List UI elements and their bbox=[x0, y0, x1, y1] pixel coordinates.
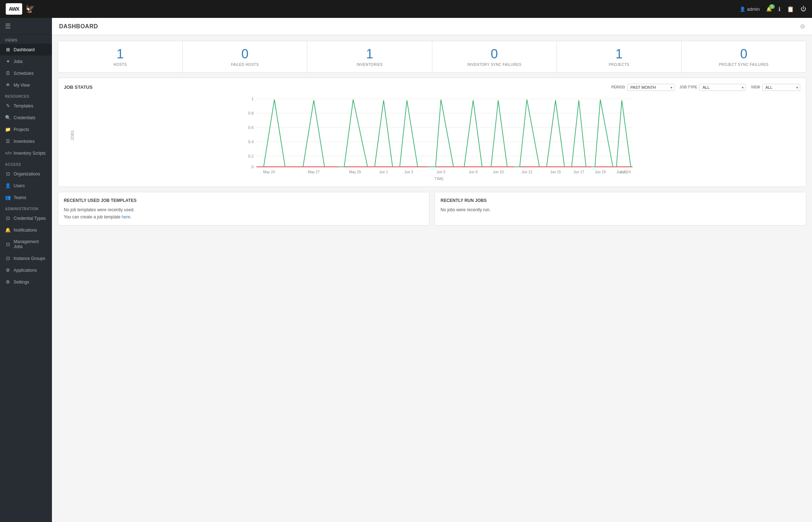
svg-text:Jun 5: Jun 5 bbox=[437, 170, 446, 174]
sidebar-section-administration: ADMINISTRATION bbox=[0, 203, 52, 212]
sidebar-label-organizations: Organizations bbox=[14, 171, 40, 177]
sidebar-item-jobs[interactable]: ✦ Jobs bbox=[0, 55, 52, 67]
recently-used-create-msg: You can create a job template here. bbox=[64, 214, 423, 219]
sidebar-label-schedules: Schedules bbox=[14, 71, 34, 76]
applications-icon: ⚙ bbox=[5, 267, 11, 273]
stat-projects[interactable]: 1 PROJECTS bbox=[557, 41, 682, 72]
myview-icon: 👁 bbox=[5, 82, 11, 88]
sidebar-item-applications[interactable]: ⚙ Applications bbox=[0, 264, 52, 276]
stat-inventory-sync-failures[interactable]: 0 INVENTORY SYNC FAILURES bbox=[432, 41, 557, 72]
svg-text:May 27: May 27 bbox=[308, 170, 320, 174]
info-icon[interactable]: ℹ bbox=[778, 6, 780, 13]
settings-icon: ⚙ bbox=[5, 279, 11, 285]
stat-inventories[interactable]: 1 INVENTORIES bbox=[307, 41, 432, 72]
svg-text:Jun 3: Jun 3 bbox=[404, 170, 413, 174]
sidebar-label-settings: Settings bbox=[14, 280, 29, 285]
svg-text:Jun 8: Jun 8 bbox=[469, 170, 478, 174]
sidebar-item-credential-types[interactable]: ⊡ Credential Types bbox=[0, 212, 52, 224]
svg-text:Jun 17: Jun 17 bbox=[573, 170, 584, 174]
create-template-link[interactable]: here bbox=[122, 214, 130, 219]
svg-text:0.8: 0.8 bbox=[248, 111, 254, 115]
stat-hosts-number: 1 bbox=[64, 47, 177, 61]
period-select[interactable]: PAST MONTH PAST WEEK PAST TWO WEEKS bbox=[627, 84, 674, 91]
sidebar-item-instance-groups[interactable]: ⊡ Instance Groups bbox=[0, 252, 52, 264]
power-icon[interactable]: ⏻ bbox=[801, 6, 806, 12]
logo-wing-icon: 🦅 bbox=[25, 4, 35, 14]
job-type-select[interactable]: ALL PLAYBOOK RUN INVENTORY SYNC SCM UPDA… bbox=[699, 84, 746, 91]
sidebar-label-credential-types: Credential Types bbox=[14, 216, 46, 221]
stat-hosts-label: HOSTS bbox=[64, 63, 177, 67]
view-control: VIEW ALL SUCCESSFUL FAILED bbox=[751, 84, 800, 91]
svg-text:Jun 10: Jun 10 bbox=[493, 170, 504, 174]
recently-run-empty-msg: No jobs were recently run. bbox=[441, 207, 800, 212]
sidebar-label-credentials: Credentials bbox=[14, 115, 35, 120]
sidebar-item-management-jobs[interactable]: ⊡ Management Jobs bbox=[0, 236, 52, 252]
stat-projects-label: PROJECTS bbox=[563, 63, 676, 67]
notifications-nav-icon: 🔔 bbox=[5, 227, 11, 233]
templates-icon: ✎ bbox=[5, 103, 11, 108]
sidebar-item-schedules[interactable]: 🗓 Schedules bbox=[0, 67, 52, 79]
top-header: AWX 🦅 👤 admin 🔔 0 ℹ 📋 ⏻ bbox=[0, 0, 812, 18]
svg-text:May 29: May 29 bbox=[349, 170, 361, 174]
organizations-icon: ⊡ bbox=[5, 171, 11, 177]
sidebar-section-views: VIEWS bbox=[0, 35, 52, 44]
sidebar-item-dashboard[interactable]: ⊞ Dashboard bbox=[0, 44, 52, 55]
main-content: DASHBOARD ⊙ 1 HOSTS 0 FAILED HOSTS 1 INV… bbox=[52, 18, 812, 522]
job-type-label: JOB TYPE bbox=[679, 85, 697, 89]
user-icon: 👤 bbox=[740, 6, 745, 12]
sidebar-item-users[interactable]: 👤 Users bbox=[0, 180, 52, 192]
stat-hosts[interactable]: 1 HOSTS bbox=[58, 41, 183, 72]
sidebar-label-inventory-scripts: Inventory Scripts bbox=[14, 151, 45, 156]
stat-project-sync-failures[interactable]: 0 PROJECT SYNC FAILURES bbox=[682, 41, 806, 72]
sidebar-item-notifications[interactable]: 🔔 Notifications bbox=[0, 224, 52, 236]
job-status-chart: 0 0.2 0.4 0.6 0.8 1 bbox=[78, 95, 800, 174]
svg-text:0.6: 0.6 bbox=[248, 125, 254, 130]
sidebar-label-dashboard: Dashboard bbox=[14, 47, 35, 52]
period-label: PERIOD bbox=[611, 85, 625, 89]
sidebar-item-inventory-scripts[interactable]: </> Inventory Scripts bbox=[0, 147, 52, 159]
sidebar-item-settings[interactable]: ⚙ Settings bbox=[0, 276, 52, 288]
svg-text:Jun 24: Jun 24 bbox=[620, 170, 631, 174]
sidebar-label-inventories: Inventories bbox=[14, 139, 35, 144]
period-select-wrapper: PAST MONTH PAST WEEK PAST TWO WEEKS bbox=[627, 84, 674, 91]
notifications-button[interactable]: 🔔 0 bbox=[766, 6, 772, 12]
period-control: PERIOD PAST MONTH PAST WEEK PAST TWO WEE… bbox=[611, 84, 674, 91]
stat-project-sync-failures-label: PROJECT SYNC FAILURES bbox=[687, 63, 800, 67]
view-select[interactable]: ALL SUCCESSFUL FAILED bbox=[762, 84, 800, 91]
x-axis-label: TIME bbox=[78, 177, 800, 181]
svg-text:Jun 15: Jun 15 bbox=[550, 170, 561, 174]
page-header: DASHBOARD ⊙ bbox=[52, 18, 812, 35]
y-axis-label: JOBS bbox=[71, 130, 75, 140]
dashboard-icon: ⊞ bbox=[5, 47, 11, 52]
svg-text:1: 1 bbox=[251, 97, 254, 101]
sidebar-item-credentials[interactable]: 🔍 Credentials bbox=[0, 112, 52, 124]
menu-toggle-button[interactable]: ☰ bbox=[0, 18, 52, 35]
logo-area: AWX 🦅 bbox=[6, 3, 35, 15]
svg-text:0: 0 bbox=[251, 165, 254, 169]
stat-inventories-label: INVENTORIES bbox=[313, 63, 426, 67]
sidebar-item-myview[interactable]: 👁 My View bbox=[0, 79, 52, 91]
sidebar-item-templates[interactable]: ✎ Templates bbox=[0, 100, 52, 112]
create-template-text: You can create a job template bbox=[64, 214, 120, 219]
recently-run-title: RECENTLY RUN JOBS bbox=[441, 198, 800, 203]
sidebar-item-organizations[interactable]: ⊡ Organizations bbox=[0, 168, 52, 180]
header-user[interactable]: 👤 admin bbox=[740, 6, 760, 12]
header-right: 👤 admin 🔔 0 ℹ 📋 ⏻ bbox=[740, 6, 806, 13]
docs-icon[interactable]: 📋 bbox=[787, 6, 794, 13]
svg-text:May 24: May 24 bbox=[263, 170, 275, 174]
projects-icon: 📁 bbox=[5, 127, 11, 132]
stat-inventory-sync-failures-number: 0 bbox=[438, 47, 551, 61]
chart-controls: PERIOD PAST MONTH PAST WEEK PAST TWO WEE… bbox=[611, 84, 800, 91]
teams-icon: 👥 bbox=[5, 195, 11, 200]
sidebar-item-inventories[interactable]: ☰ Inventories bbox=[0, 135, 52, 147]
schedules-icon: 🗓 bbox=[5, 71, 11, 76]
stat-projects-number: 1 bbox=[563, 47, 676, 61]
stat-failed-hosts[interactable]: 0 FAILED HOSTS bbox=[183, 41, 307, 72]
sidebar-item-teams[interactable]: 👥 Teams bbox=[0, 192, 52, 203]
sidebar-item-projects[interactable]: 📁 Projects bbox=[0, 124, 52, 135]
credential-types-icon: ⊡ bbox=[5, 216, 11, 221]
chart-title: JOB STATUS bbox=[64, 84, 92, 90]
sidebar-section-access: ACCESS bbox=[0, 159, 52, 168]
sidebar-label-notifications: Notifications bbox=[14, 228, 37, 233]
view-select-wrapper: ALL SUCCESSFUL FAILED bbox=[762, 84, 800, 91]
